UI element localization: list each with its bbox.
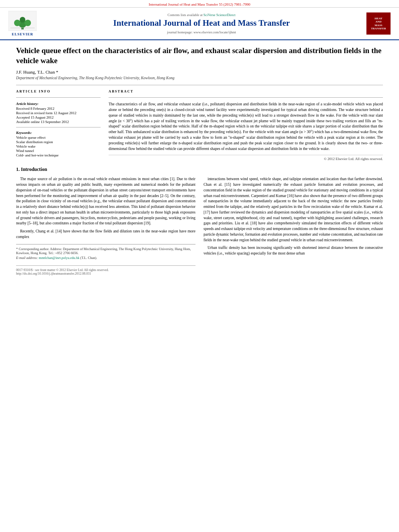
keyword-3: Vehicle wake	[16, 144, 101, 148]
email-address: mmtlchan@inet.polyu.edu.hk	[39, 256, 79, 260]
abstract-label: ABSTRACT	[109, 89, 383, 93]
affiliation: Department of Mechanical Engineering, Th…	[16, 76, 383, 80]
svg-point-4	[25, 20, 31, 26]
footnote-email: E-mail address: mmtlchan@inet.polyu.edu.…	[16, 256, 195, 260]
authors: J.F. Huang, T.L. Chan *	[16, 70, 383, 74]
intro-right-para2: Urban traffic density has been increasin…	[204, 245, 383, 257]
section-title: 1. Introduction	[16, 166, 383, 173]
keyword-4: Wind tunnel	[16, 149, 101, 153]
bottom-bar: 0017-9310/$ - see front matter © 2012 El…	[16, 265, 195, 275]
keywords-section: Keywords: Vehicle queue effect Scalar di…	[16, 131, 101, 157]
journal-title: International Journal of Heat and Mass T…	[43, 18, 360, 28]
journal-header: ELSEVIER Contents lists available at Sci…	[0, 8, 399, 40]
divider-1	[16, 85, 383, 85]
abstract-text: The characteristics of air flow, and veh…	[109, 102, 383, 152]
keyword-1: Vehicle queue effect	[16, 136, 101, 140]
revised-date: Received in revised form 12 August 2012	[16, 111, 101, 115]
intro-right-para1: interactions between wind speed, vehicle…	[204, 177, 383, 243]
accepted-date: Accepted 15 August 2012	[16, 115, 101, 119]
article-info-abstract: ARTICLE INFO Article history: Received 8…	[16, 89, 383, 161]
issn-line: 0017-9310/$ - see front matter © 2012 El…	[16, 268, 195, 272]
journal-citation: International Journal of Heat and Mass T…	[0, 0, 399, 8]
divider-2	[16, 97, 101, 98]
hmt-label: HEATANDMASSTRANSFER	[371, 17, 386, 31]
email-author: (T.L. Chan).	[80, 256, 97, 260]
journal-center: Contents lists available at SciVerse Sci…	[43, 13, 360, 34]
article-info-col: ARTICLE INFO Article history: Received 8…	[16, 89, 101, 161]
elsevier-logo-left: ELSEVIER	[6, 11, 39, 36]
abstract-col: ABSTRACT The characteristics of air flow…	[109, 89, 383, 161]
article-title: Vehicle queue effect on the characterist…	[16, 46, 383, 66]
introduction-section: 1. Introduction The major source of air …	[16, 166, 383, 275]
main-content: Vehicle queue effect on the characterist…	[0, 40, 399, 279]
doi-line: http://dx.doi.org/10.1016/j.ijheatmasstr…	[16, 272, 195, 275]
keyword-2: Scalar distribution region	[16, 140, 101, 144]
intro-right-col: interactions between wind speed, vehicle…	[204, 177, 383, 275]
elsevier-tree-icon	[8, 11, 37, 31]
page: International Journal of Heat and Mass T…	[0, 0, 399, 532]
article-info-label: ARTICLE INFO	[16, 89, 101, 93]
intro-text-right: interactions between wind speed, vehicle…	[204, 177, 383, 257]
journal-homepage: journal homepage: www.elsevier.com/locat…	[43, 30, 360, 34]
history-title: Article history:	[16, 102, 101, 106]
elsevier-label: ELSEVIER	[12, 32, 33, 36]
available-date: Available online 13 September 2012	[16, 120, 101, 124]
hmt-logo: HEATANDMASSTRANSFER	[364, 12, 393, 35]
footnotes: * Corresponding author. Address: Departm…	[16, 244, 195, 260]
sciverse-prefix: Contents lists available at	[168, 13, 204, 17]
sciverse-line: Contents lists available at SciVerse Sci…	[43, 13, 360, 17]
footnote-corresponding: * Corresponding author. Address: Departm…	[16, 247, 195, 255]
hmt-logo-box: HEATANDMASSTRANSFER	[366, 12, 391, 35]
intro-para2: Recently, Chang et al. [14] have shown t…	[16, 229, 195, 240]
section-number: 1.	[16, 166, 20, 172]
sciverse-link: SciVerse ScienceDirect	[204, 13, 236, 17]
intro-body: The major source of air pollution is the…	[16, 177, 383, 275]
divider-3	[16, 127, 101, 127]
svg-rect-6	[10, 28, 35, 28]
section-name: Introduction	[21, 166, 47, 172]
intro-left-col: The major source of air pollution is the…	[16, 177, 195, 275]
svg-point-5	[20, 17, 25, 23]
author-names: J.F. Huang, T.L. Chan *	[16, 70, 58, 74]
keyword-5: Cold- and hot-wire technique	[16, 153, 101, 157]
citation-text: International Journal of Heat and Mass T…	[149, 2, 251, 6]
intro-para1: The major source of air pollution is the…	[16, 177, 195, 226]
copyright-line: © 2012 Elsevier Ltd. All rights reserved…	[109, 155, 383, 161]
keywords-title: Keywords:	[16, 131, 101, 135]
intro-text-left: The major source of air pollution is the…	[16, 177, 195, 240]
article-history: Article history: Received 8 February 201…	[16, 102, 101, 124]
svg-point-3	[14, 20, 21, 26]
divider-4	[109, 97, 383, 98]
email-label: E-mail address:	[16, 256, 39, 260]
received-date: Received 8 February 2012	[16, 107, 101, 111]
